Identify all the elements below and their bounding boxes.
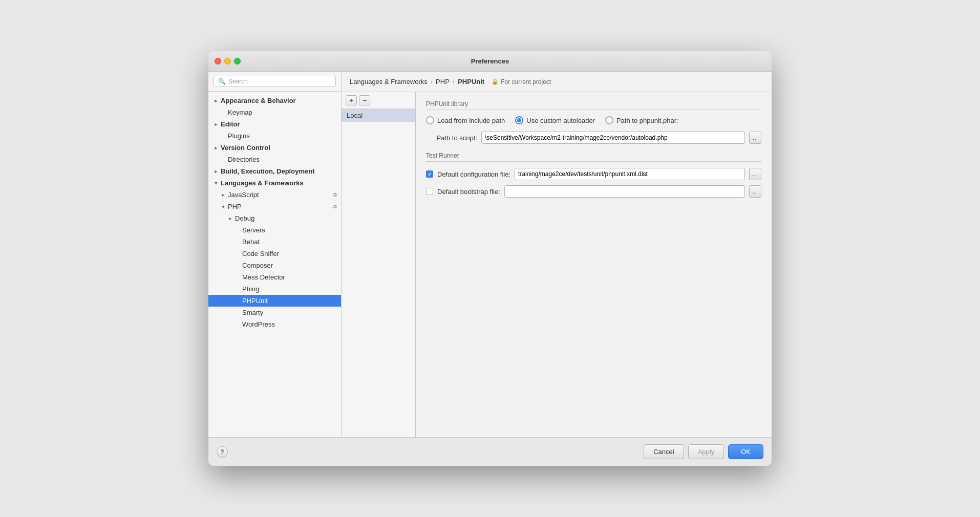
sidebar-item-phing[interactable]: Phing <box>208 283 341 295</box>
sidebar-tree: Appearance & Behavior Keymap Editor Plug… <box>208 92 341 333</box>
path-to-script-label: Path to script: <box>426 134 477 142</box>
list-toolbar: + − <box>342 92 415 109</box>
radio-load-from-include[interactable]: Load from include path <box>426 116 505 124</box>
default-config-browse[interactable]: … <box>749 168 761 180</box>
sidebar-item-label: Servers <box>242 226 337 234</box>
sidebar-item-label: Editor <box>221 120 337 128</box>
sidebar-item-mess-detector[interactable]: Mess Detector <box>208 271 341 283</box>
list-items: Local <box>342 109 415 437</box>
expand-icon-languages <box>212 180 220 187</box>
search-input[interactable] <box>228 78 331 85</box>
path-to-script-browse[interactable]: … <box>749 132 761 144</box>
sidebar-item-debug[interactable]: Debug <box>208 212 341 224</box>
add-button[interactable]: + <box>346 95 357 105</box>
sidebar-item-version-control[interactable]: Version Control <box>208 142 341 154</box>
breadcrumb-sep-1: › <box>431 78 433 85</box>
sidebar-item-build[interactable]: Build, Execution, Deployment <box>208 165 341 177</box>
apply-button[interactable]: Apply <box>688 444 725 459</box>
bottom-right: Cancel Apply OK <box>644 444 763 459</box>
breadcrumb-item-php: PHP <box>436 78 450 85</box>
sidebar-item-languages[interactable]: Languages & Frameworks <box>208 177 341 189</box>
close-button[interactable] <box>215 58 221 64</box>
sidebar-item-phpunit[interactable]: PHPUnit <box>208 295 341 307</box>
bottom-bar: ? Cancel Apply OK <box>208 437 772 466</box>
sidebar-item-appearance[interactable]: Appearance & Behavior <box>208 95 341 106</box>
sidebar-item-label: PHPUnit <box>242 296 337 305</box>
path-to-script-input[interactable] <box>481 132 745 144</box>
sidebar-item-keymap[interactable]: Keymap <box>208 106 341 118</box>
search-icon: 🔍 <box>218 78 226 85</box>
default-config-checkbox[interactable] <box>426 170 433 178</box>
radio-circle-autoloader <box>515 116 523 124</box>
remove-button[interactable]: − <box>359 95 370 105</box>
radio-path-to-phar[interactable]: Path to phpunit.phar: <box>605 116 678 124</box>
expand-icon-javascript <box>220 191 227 199</box>
preferences-window: Preferences 🔍 Appearance & Behavior <box>208 51 772 466</box>
search-wrapper[interactable]: 🔍 <box>214 76 336 87</box>
default-config-input[interactable] <box>515 168 745 180</box>
titlebar: Preferences <box>208 51 772 72</box>
sidebar-item-plugins[interactable]: Plugins <box>208 130 341 142</box>
radio-label-phar: Path to phpunit.phar: <box>616 117 678 124</box>
traffic-lights <box>215 58 241 64</box>
sidebar-item-label: PHP <box>228 202 331 211</box>
help-button[interactable]: ? <box>217 446 228 458</box>
default-bootstrap-label: Default bootstrap file: <box>437 188 500 196</box>
sidebar-item-smarty[interactable]: Smarty <box>208 307 341 318</box>
radio-circle-load <box>426 116 434 124</box>
sidebar-item-javascript[interactable]: JavaScript ⧉ <box>208 189 341 201</box>
path-to-script-row: Path to script: … <box>426 132 761 144</box>
copy-icon-php: ⧉ <box>333 203 337 210</box>
radio-group: Load from include path Use custom autolo… <box>426 116 761 124</box>
sidebar-item-label: Debug <box>235 214 337 223</box>
copy-icon: ⧉ <box>333 191 337 198</box>
ok-button[interactable]: OK <box>728 444 763 459</box>
right-panel: Languages & Frameworks › PHP › PHPUnit 🔒… <box>342 72 772 437</box>
expand-icon-build <box>212 168 220 175</box>
sidebar-item-editor[interactable]: Editor <box>208 118 341 130</box>
main-content: 🔍 Appearance & Behavior Keymap <box>208 72 772 437</box>
default-config-label: Default configuration file: <box>437 170 510 178</box>
expand-icon-debug <box>227 215 234 222</box>
radio-use-custom-autoloader[interactable]: Use custom autoloader <box>515 116 595 124</box>
list-item-local[interactable]: Local <box>342 109 415 122</box>
default-bootstrap-checkbox[interactable] <box>426 188 433 195</box>
sidebar-item-servers[interactable]: Servers <box>208 224 341 236</box>
badge-icon: 🔒 <box>492 78 499 85</box>
sidebar-item-label: Mess Detector <box>242 273 337 282</box>
sidebar-item-label: Directories <box>228 155 337 164</box>
sidebar-item-label: Code Sniffer <box>242 249 337 258</box>
sidebar-item-label: Version Control <box>221 143 337 152</box>
expand-icon-php <box>220 203 227 210</box>
minimize-button[interactable] <box>224 58 231 64</box>
breadcrumb: Languages & Frameworks › PHP › PHPUnit 🔒… <box>342 72 772 92</box>
radio-circle-phar <box>605 116 613 124</box>
sidebar-item-label: Languages & Frameworks <box>221 179 337 187</box>
sidebar-item-label: JavaScript <box>228 190 331 199</box>
default-bootstrap-input[interactable] <box>504 185 745 198</box>
cancel-button[interactable]: Cancel <box>644 444 684 459</box>
sidebar-item-composer[interactable]: Composer <box>208 260 341 271</box>
default-bootstrap-row: Default bootstrap file: … <box>426 185 761 198</box>
breadcrumb-sep-2: › <box>453 78 455 85</box>
search-bar: 🔍 <box>208 72 341 92</box>
sidebar-item-behat[interactable]: Behat <box>208 236 341 248</box>
maximize-button[interactable] <box>234 58 241 64</box>
sidebar-item-label: Behat <box>242 238 337 246</box>
panel-with-list: + − Local PHPUnit library Loa <box>342 92 772 437</box>
expand-icon-appearance <box>212 97 220 104</box>
sidebar-item-code-sniffer[interactable]: Code Sniffer <box>208 248 341 260</box>
radio-label-load: Load from include path <box>437 117 505 124</box>
sidebar-item-php[interactable]: PHP ⧉ <box>208 201 341 212</box>
section-divider: Test Runner <box>426 152 761 162</box>
breadcrumb-item-phpunit: PHPUnit <box>458 78 484 85</box>
sidebar-item-directories[interactable]: Directories <box>208 154 341 165</box>
sidebar-item-label: WordPress <box>242 320 337 329</box>
expand-icon-editor <box>212 121 220 128</box>
default-bootstrap-browse[interactable]: … <box>749 185 761 198</box>
badge-text: For current project <box>501 78 551 85</box>
sidebar-item-wordpress[interactable]: WordPress <box>208 318 341 330</box>
sidebar-item-label: Composer <box>242 261 337 270</box>
sidebar-item-label: Smarty <box>242 308 337 317</box>
sidebar-item-label: Phing <box>242 285 337 293</box>
